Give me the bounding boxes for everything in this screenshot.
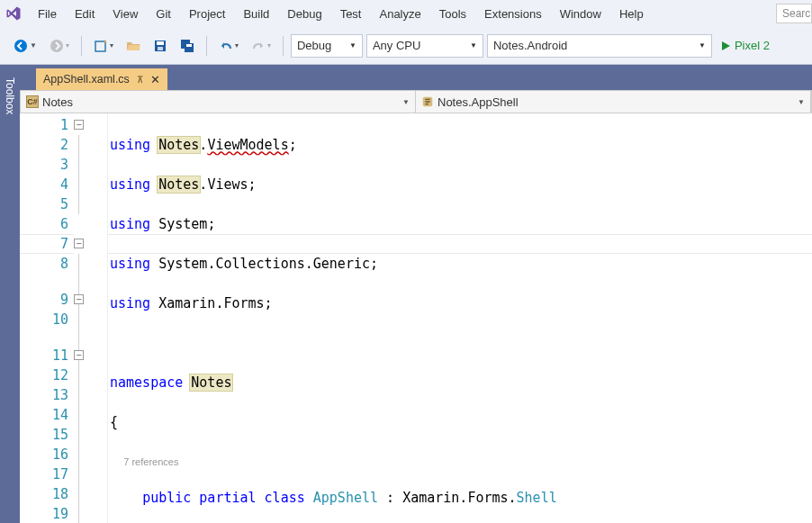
fold-toggle[interactable]: − bbox=[74, 350, 84, 360]
file-tab-label: AppShell.xaml.cs bbox=[43, 73, 130, 86]
menu-git[interactable]: Git bbox=[147, 4, 180, 24]
run-target-label: Pixel 2 bbox=[735, 39, 770, 52]
menu-view[interactable]: View bbox=[104, 4, 147, 24]
class-icon bbox=[421, 95, 434, 108]
redo-button[interactable]: ▾ bbox=[247, 34, 275, 58]
svg-rect-8 bbox=[186, 44, 192, 47]
menu-help[interactable]: Help bbox=[610, 4, 653, 24]
main-toolbar: ▼ ▾ ▾ ▾ ▾ Debug▼ Any CPU▼ Notes.Android▼… bbox=[0, 27, 812, 65]
csharp-icon: C# bbox=[26, 95, 39, 108]
play-icon bbox=[720, 41, 731, 51]
menu-debug[interactable]: Debug bbox=[278, 4, 330, 24]
menu-test[interactable]: Test bbox=[331, 4, 371, 24]
separator bbox=[81, 36, 82, 56]
save-button[interactable] bbox=[149, 34, 172, 58]
startup-value: Notes.Android bbox=[493, 39, 567, 52]
save-icon bbox=[153, 39, 167, 53]
menu-project[interactable]: Project bbox=[180, 4, 234, 24]
vs-logo-icon bbox=[5, 5, 22, 22]
forward-arrow-icon bbox=[50, 39, 64, 53]
save-all-button[interactable] bbox=[176, 34, 199, 58]
svg-point-0 bbox=[14, 40, 27, 52]
nav-type-label: Notes.AppShell bbox=[438, 95, 519, 109]
platform-dropdown[interactable]: Any CPU▼ bbox=[366, 34, 483, 58]
nav-scope-dropdown[interactable]: C#Notes ▼ bbox=[21, 91, 416, 113]
search-input[interactable]: Search bbox=[776, 4, 812, 23]
svg-rect-4 bbox=[157, 41, 164, 45]
svg-point-1 bbox=[50, 40, 63, 52]
menu-tools[interactable]: Tools bbox=[430, 4, 475, 24]
fold-toggle[interactable]: − bbox=[74, 294, 84, 304]
file-tab-active[interactable]: AppShell.xaml.cs ⊼ ✕ bbox=[36, 68, 167, 90]
config-value: Debug bbox=[297, 39, 331, 52]
breakpoint-gutter[interactable] bbox=[20, 113, 38, 523]
folder-open-icon bbox=[126, 39, 140, 53]
line-numbers: 123456 78910 111213141516171819 bbox=[38, 113, 74, 523]
menu-build[interactable]: Build bbox=[234, 4, 278, 24]
save-all-icon bbox=[180, 39, 194, 53]
config-dropdown[interactable]: Debug▼ bbox=[291, 34, 363, 58]
pin-icon[interactable]: ⊼ bbox=[137, 75, 143, 85]
menu-extensions[interactable]: Extensions bbox=[475, 4, 551, 24]
open-button[interactable] bbox=[122, 34, 145, 58]
toolbox-side-tab[interactable]: Toolbox bbox=[0, 65, 20, 124]
menu-file[interactable]: File bbox=[29, 4, 66, 24]
code-editor[interactable]: 123456 78910 111213141516171819 − − − − bbox=[20, 113, 812, 523]
document-well: AppShell.xaml.cs ⊼ ✕ C#Notes ▼ Notes.App… bbox=[20, 65, 812, 523]
svg-rect-5 bbox=[158, 47, 163, 50]
menu-analyze[interactable]: Analyze bbox=[370, 4, 429, 24]
platform-value: Any CPU bbox=[373, 39, 420, 52]
menu-window[interactable]: Window bbox=[551, 4, 610, 24]
separator bbox=[283, 36, 284, 56]
run-button[interactable]: Pixel 2 bbox=[716, 34, 774, 58]
menu-edit[interactable]: Edit bbox=[66, 4, 104, 24]
new-project-icon bbox=[94, 39, 108, 53]
separator bbox=[206, 36, 207, 56]
code-content[interactable]: using Notes.ViewModels; using Notes.View… bbox=[108, 113, 812, 523]
undo-icon bbox=[219, 39, 233, 53]
svg-rect-2 bbox=[95, 41, 105, 51]
code-nav-bar: C#Notes ▼ Notes.AppShell ▼ bbox=[20, 90, 812, 113]
undo-button[interactable]: ▾ bbox=[214, 34, 243, 58]
codelens-class[interactable]: 7 references bbox=[123, 456, 178, 467]
nav-back-button[interactable]: ▼ bbox=[9, 34, 41, 58]
nav-forward-button[interactable]: ▾ bbox=[45, 34, 74, 58]
file-tab-strip: AppShell.xaml.cs ⊼ ✕ bbox=[20, 65, 812, 90]
fold-toggle[interactable]: − bbox=[74, 239, 84, 248]
nav-type-dropdown[interactable]: Notes.AppShell ▼ bbox=[416, 91, 811, 113]
nav-scope-label: Notes bbox=[42, 95, 73, 109]
fold-toggle[interactable]: − bbox=[74, 120, 84, 130]
new-project-button[interactable]: ▾ bbox=[89, 34, 118, 58]
menu-bar: File Edit View Git Project Build Debug T… bbox=[0, 0, 812, 27]
back-arrow-icon bbox=[14, 39, 28, 53]
redo-icon bbox=[251, 39, 266, 53]
close-icon[interactable]: ✕ bbox=[150, 73, 160, 86]
outline-gutter[interactable]: − − − − bbox=[74, 113, 108, 523]
startup-dropdown[interactable]: Notes.Android▼ bbox=[487, 34, 712, 58]
